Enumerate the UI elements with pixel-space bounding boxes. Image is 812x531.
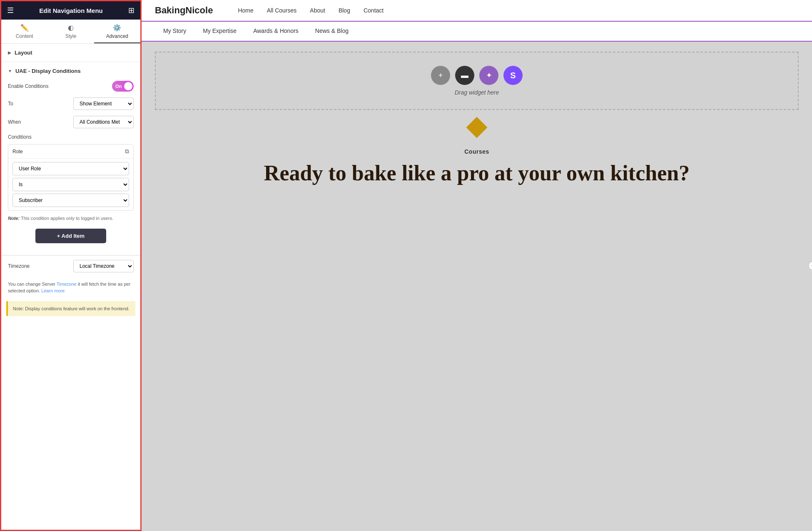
add-item-button[interactable]: + Add Item [35, 229, 106, 243]
diamond-container [142, 120, 812, 135]
hamburger-icon[interactable]: ☰ [7, 6, 14, 15]
enable-conditions-label: Enable Conditions [8, 83, 48, 89]
gear-icon: ⚙️ [113, 24, 121, 32]
to-select[interactable]: Show Element Hide Element [73, 97, 134, 110]
layout-section[interactable]: ▶ Layout [1, 44, 140, 62]
user-role-select[interactable]: User Role Logged In Logged Out [12, 162, 129, 175]
drag-widget-area[interactable]: + ▬ ✦ S Drag widget here [155, 52, 799, 110]
condition-box: Role ⧉ User Role Logged In Logged Out Is… [8, 144, 134, 211]
timezone-label: Timezone [8, 263, 30, 269]
right-panel: BakingNicole Home All Courses About Blog… [142, 0, 812, 531]
tab-style[interactable]: ◐ Style [47, 20, 94, 43]
conditions-label: Conditions [8, 134, 134, 140]
collapse-panel-handle[interactable]: ◀ [809, 262, 812, 270]
courses-label: Courses [155, 148, 799, 155]
tab-advanced[interactable]: ⚙️ Advanced [94, 20, 140, 43]
enable-conditions-toggle[interactable]: On [112, 81, 134, 92]
nav-all-courses[interactable]: All Courses [267, 7, 297, 14]
nav-contact[interactable]: Contact [364, 7, 384, 14]
site-nav-links: Home All Courses About Blog Contact [238, 7, 384, 14]
drag-icons: + ▬ ✦ S [431, 66, 523, 85]
nav-blog[interactable]: Blog [339, 7, 350, 14]
sparkle-icon[interactable]: ✦ [479, 66, 498, 85]
pencil-icon: ✏️ [20, 24, 29, 32]
yellow-note: Note: Display conditions feature will wo… [6, 301, 135, 317]
learn-more-link[interactable]: Learn more [41, 288, 65, 293]
bottom-note: You can change Server Timezone it will f… [1, 277, 140, 299]
timezone-link[interactable]: Timezone [57, 282, 77, 287]
subnav-news-blog[interactable]: News & Blog [307, 22, 357, 41]
nav-about[interactable]: About [310, 7, 325, 14]
subnav-my-story[interactable]: My Story [155, 22, 194, 41]
stripe-icon[interactable]: S [503, 66, 523, 85]
toggle-knob [124, 82, 132, 90]
when-label: When [8, 119, 21, 125]
left-panel: ☰ Edit Navigation Menu ⊞ ✏️ Content ◐ St… [0, 0, 142, 531]
toggle-label: On [115, 84, 122, 89]
when-select[interactable]: All Conditions Met Any Condition Met [73, 116, 134, 128]
subscriber-select[interactable]: Subscriber Administrator Editor Author [12, 194, 129, 207]
to-row: To Show Element Hide Element [8, 97, 134, 110]
toggle-wrap: On [112, 81, 134, 92]
site-logo: BakingNicole [155, 5, 213, 16]
condition-body: User Role Logged In Logged Out Is Is Not… [8, 159, 133, 210]
condition-role-label: Role [12, 149, 23, 155]
site-subnav: My Story My Expertise Awards & Honors Ne… [142, 21, 812, 42]
site-main: + ▬ ✦ S Drag widget here Courses Ready t… [142, 52, 812, 186]
nav-home[interactable]: Home [238, 7, 253, 14]
drag-text: Drag widget here [455, 89, 499, 96]
panel-title: Edit Navigation Menu [39, 7, 103, 14]
to-label: To [8, 101, 13, 107]
when-row: When All Conditions Met Any Condition Me… [8, 116, 134, 128]
folder-icon[interactable]: ▬ [455, 66, 474, 85]
add-circle-icon[interactable]: + [431, 66, 450, 85]
uae-arrow-icon: ▼ [8, 69, 12, 73]
layout-label: Layout [15, 50, 32, 56]
copy-icon[interactable]: ⧉ [125, 148, 129, 155]
courses-heading: Ready to bake like a pro at your own kit… [155, 161, 799, 186]
uae-title[interactable]: ▼ UAE - Display Conditions [8, 68, 134, 74]
is-select[interactable]: Is Is Not [12, 178, 129, 191]
condition-top: Role ⧉ [8, 145, 133, 159]
subnav-my-expertise[interactable]: My Expertise [194, 22, 245, 41]
uae-section: ▼ UAE - Display Conditions Enable Condit… [1, 62, 140, 255]
timezone-row: Timezone Local Timezone UTC [1, 255, 140, 277]
panel-topbar: ☰ Edit Navigation Menu ⊞ [1, 1, 140, 20]
courses-section: Courses Ready to bake like a pro at your… [142, 135, 812, 186]
style-icon: ◐ [68, 24, 74, 32]
subnav-awards[interactable]: Awards & Honors [245, 22, 307, 41]
tab-content[interactable]: ✏️ Content [1, 20, 47, 43]
condition-note: Note: This condition applies only to log… [8, 215, 134, 222]
site-topnav: BakingNicole Home All Courses About Blog… [142, 0, 812, 21]
uae-label: UAE - Display Conditions [15, 68, 81, 74]
timezone-select[interactable]: Local Timezone UTC [73, 260, 134, 272]
panel-tabs: ✏️ Content ◐ Style ⚙️ Advanced [1, 20, 140, 44]
grid-icon[interactable]: ⊞ [128, 6, 135, 15]
enable-conditions-row: Enable Conditions On [8, 81, 134, 92]
layout-arrow-icon: ▶ [8, 50, 11, 55]
